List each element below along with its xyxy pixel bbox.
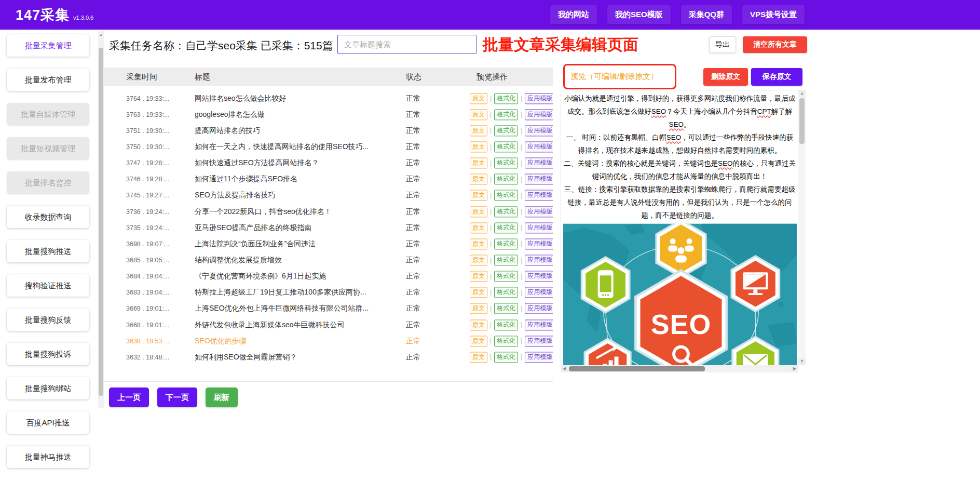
table-row[interactable]: 3684 . 19:04:... 《宁夏优化营商环境条例》6月1日起实施 正常 … — [104, 269, 553, 285]
format-button[interactable]: 格式化 — [494, 125, 518, 136]
table-row[interactable]: 3746 . 19:28:... 如何通过11个步骤提高SEO排名 正常 原文 … — [104, 171, 553, 188]
apply-template-button[interactable]: 应用模版 — [525, 238, 553, 249]
table-row[interactable]: 3683 . 19:04:... 特斯拉上海超级工厂19日复工推动100多家供应… — [104, 285, 553, 301]
apply-template-button[interactable]: 应用模版 — [525, 141, 553, 152]
table-row[interactable]: 3747 . 19:28:... 如何快速通过SEO方法提高网站排名？ 正常 原… — [104, 155, 553, 171]
table-row[interactable]: 3764 . 19:33:... 网站排名seo怎么做会比较好 正常 原文 | … — [104, 90, 553, 106]
view-original-button[interactable]: 原文 — [470, 222, 487, 233]
sidebar-item[interactable]: 搜狗验证推送 — [7, 274, 89, 297]
view-original-button[interactable]: 原文 — [470, 125, 487, 136]
table-row[interactable]: 3735 . 19:24:... 亚马逊SEO提高产品排名的终极指南 正常 原文… — [104, 220, 553, 236]
scroll-left-arrow-icon[interactable]: ◀ — [561, 365, 568, 372]
format-button[interactable]: 格式化 — [494, 222, 518, 233]
view-original-button[interactable]: 原文 — [470, 271, 487, 282]
table-row[interactable]: 3750 . 19:30:... 如何在一天之内，快速提高网站排名的使用SEO技… — [104, 139, 553, 155]
top-nav-item[interactable]: 我的SEO模版 — [607, 5, 671, 24]
save-original-button[interactable]: 保存原文 — [751, 68, 802, 86]
apply-template-button[interactable]: 应用模版 — [525, 352, 553, 363]
sidebar-item[interactable]: 收录数据查询 — [7, 206, 89, 228]
preview-vertical-scrollbar[interactable]: ▲ ▼ — [798, 90, 806, 365]
table-row[interactable]: 3736 . 19:24:... 分享一个2022新风口，抖音seo优化排名！ … — [104, 204, 553, 220]
clear-all-articles-button[interactable]: 清空所有文章 — [743, 36, 807, 53]
view-original-button[interactable]: 原文 — [470, 238, 487, 249]
sidebar-item[interactable]: 批量排名监控 — [7, 171, 89, 194]
view-original-button[interactable]: 原文 — [470, 303, 487, 314]
main-scrollbar-thumb[interactable] — [99, 48, 103, 396]
table-row[interactable]: 3638 . 18:53:... SEO优化的步骤 正常 原文 | 格式化 | … — [104, 333, 553, 349]
format-button[interactable]: 格式化 — [494, 287, 518, 298]
top-nav-item[interactable]: VPS拨号设置 — [742, 5, 805, 24]
apply-template-button[interactable]: 应用模版 — [525, 109, 553, 120]
scroll-down-arrow-icon[interactable]: ▼ — [798, 358, 806, 365]
sidebar-item[interactable]: 批量搜狗推送 — [7, 240, 89, 262]
format-button[interactable]: 格式化 — [494, 109, 518, 120]
apply-template-button[interactable]: 应用模版 — [525, 93, 553, 104]
view-original-button[interactable]: 原文 — [470, 93, 487, 104]
view-original-button[interactable]: 原文 — [470, 319, 487, 330]
format-button[interactable]: 格式化 — [494, 319, 518, 330]
preview-editor[interactable]: 小编认为就是通过引擎，得到好的，获得更多网站度我们称作流量，最后成成交。那么到底… — [561, 90, 798, 365]
top-nav-item[interactable]: 采集QQ群 — [681, 5, 732, 24]
prev-page-button[interactable]: 上一页 — [109, 388, 149, 407]
format-button[interactable]: 格式化 — [494, 271, 518, 282]
refresh-button[interactable]: 刷新 — [206, 388, 238, 407]
apply-template-button[interactable]: 应用模版 — [525, 125, 553, 136]
table-row[interactable]: 3698 . 19:07:... 上海法院判决“负面压制业务”合同违法 正常 原… — [104, 236, 553, 252]
format-button[interactable]: 格式化 — [494, 336, 518, 346]
view-original-button[interactable]: 原文 — [470, 190, 487, 201]
table-row[interactable]: 3632 . 18:48:... 如何利用SEO做全网霸屏营销？ 正常 原文 |… — [104, 349, 553, 365]
format-button[interactable]: 格式化 — [494, 93, 518, 104]
apply-template-button[interactable]: 应用模版 — [525, 174, 553, 185]
apply-template-button[interactable]: 应用模版 — [525, 158, 553, 169]
table-row[interactable]: 3745 . 19:27:... SEO方法及提高排名技巧 正常 原文 | 格式… — [104, 188, 553, 204]
format-button[interactable]: 格式化 — [494, 303, 518, 314]
sidebar-item[interactable]: 批量短视频管理 — [7, 137, 89, 159]
apply-template-button[interactable]: 应用模版 — [525, 319, 553, 330]
apply-template-button[interactable]: 应用模版 — [525, 287, 553, 298]
apply-template-button[interactable]: 应用模版 — [525, 206, 553, 217]
preview-hscrollbar-thumb[interactable] — [569, 366, 705, 371]
format-button[interactable]: 格式化 — [494, 255, 518, 265]
sidebar-item[interactable]: 百度API推送 — [7, 411, 89, 434]
sidebar-item[interactable]: 批量搜狗反馈 — [7, 309, 89, 331]
format-button[interactable]: 格式化 — [494, 352, 518, 363]
scroll-up-arrow-icon[interactable]: ▲ — [98, 31, 104, 38]
format-button[interactable]: 格式化 — [494, 206, 518, 217]
table-row[interactable]: 3685 . 19:05:... 结构调整优化发展提质增效 正常 原文 | 格式… — [104, 252, 553, 268]
format-button[interactable]: 格式化 — [494, 141, 518, 152]
sidebar-item[interactable]: 批量自媒体管理 — [7, 103, 89, 125]
preview-scrollbar-thumb[interactable] — [799, 98, 805, 144]
apply-template-button[interactable]: 应用模版 — [525, 303, 553, 314]
format-button[interactable]: 格式化 — [494, 238, 518, 249]
top-nav-item[interactable]: 我的网站 — [550, 5, 597, 24]
apply-template-button[interactable]: 应用模版 — [525, 255, 553, 265]
apply-template-button[interactable]: 应用模版 — [525, 271, 553, 282]
sidebar-item[interactable]: 批量神马推送 — [7, 446, 89, 468]
view-original-button[interactable]: 原文 — [470, 255, 487, 265]
table-row[interactable]: 3751 . 19:30:... 提高网站排名的技巧 正常 原文 | 格式化 |… — [104, 123, 553, 139]
sidebar-item[interactable]: 批量发布管理 — [7, 69, 89, 91]
format-button[interactable]: 格式化 — [494, 158, 518, 169]
view-original-button[interactable]: 原文 — [470, 336, 487, 346]
apply-template-button[interactable]: 应用模版 — [525, 190, 553, 201]
apply-template-button[interactable]: 应用模版 — [525, 336, 553, 346]
view-original-button[interactable]: 原文 — [470, 141, 487, 152]
scroll-up-arrow-icon[interactable]: ▲ — [798, 90, 806, 97]
next-page-button[interactable]: 下一页 — [157, 388, 197, 407]
sidebar-item[interactable]: 批量搜狗投诉 — [7, 343, 89, 365]
format-button[interactable]: 格式化 — [494, 174, 518, 185]
delete-original-button[interactable]: 删除原文 — [703, 68, 748, 86]
sidebar-item[interactable]: 批量搜狗绑站 — [7, 377, 89, 399]
preview-horizontal-scrollbar[interactable]: ◀ ▶ — [561, 365, 798, 372]
view-original-button[interactable]: 原文 — [470, 109, 487, 120]
view-original-button[interactable]: 原文 — [470, 158, 487, 169]
view-original-button[interactable]: 原文 — [470, 206, 487, 217]
format-button[interactable]: 格式化 — [494, 190, 518, 201]
view-original-button[interactable]: 原文 — [470, 174, 487, 185]
table-row[interactable]: 3763 . 19:33:... googleseo排名怎么做 正常 原文 | … — [104, 106, 553, 123]
apply-template-button[interactable]: 应用模版 — [525, 222, 553, 233]
view-original-button[interactable]: 原文 — [470, 352, 487, 363]
sidebar-item[interactable]: 批量采集管理 — [7, 34, 89, 57]
search-input[interactable] — [337, 35, 477, 54]
scroll-right-arrow-icon[interactable]: ▶ — [791, 365, 798, 372]
